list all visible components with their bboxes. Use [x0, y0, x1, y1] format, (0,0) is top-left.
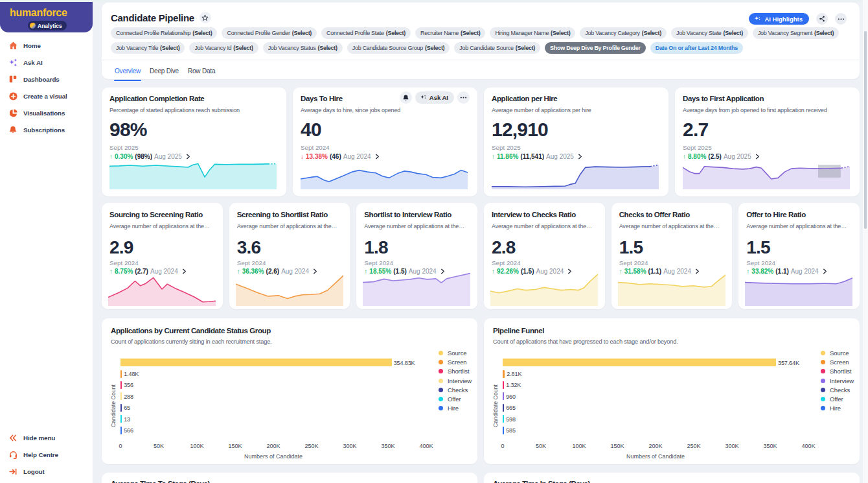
kpi-title: Application Completion Rate — [109, 95, 204, 102]
legend-item-source[interactable]: Source — [439, 348, 472, 357]
filter-pill-hiring-manager-name[interactable]: Hiring Manager Name(Select) — [490, 27, 575, 39]
x-tick-label: 350K — [381, 443, 394, 449]
filter-pill-connected-profile-relationship[interactable]: Connected Profile Relationship(Select) — [111, 27, 217, 39]
legend-label: Offer — [448, 395, 461, 403]
x-tick-label: 250K — [304, 443, 318, 449]
x-tick-label: 0 — [501, 443, 504, 449]
filter-pill-job-candidate-source-group[interactable]: Job Candidate Source Group(Select) — [347, 42, 450, 54]
kpi-value: 1.5 — [619, 239, 643, 257]
share-button[interactable] — [816, 13, 828, 25]
filter-pill-job-vacancy-state[interactable]: Job Vacancy State(Select) — [671, 27, 748, 39]
next-charts-row: Average Time To Stage (Days) Average Tim… — [102, 473, 860, 483]
legend-item-interview[interactable]: Interview — [821, 376, 854, 385]
kpi-ask-ai-button[interactable]: Ask AI — [415, 91, 454, 104]
filter-select-suffix: (Select) — [642, 30, 661, 36]
filter-label: Job Vacancy Id — [194, 45, 231, 51]
filter-pill-recruiter-name[interactable]: Recruiter Name(Select) — [415, 27, 485, 39]
kpi-title: Interview to Checks Ratio — [492, 211, 576, 218]
legend-item-checks[interactable]: Checks — [821, 385, 854, 394]
sidebar-item-ask-ai[interactable]: Ask AI — [0, 54, 93, 71]
delta-chevron-icon[interactable] — [755, 154, 760, 159]
x-tick-label: 350K — [763, 443, 777, 449]
legend-item-checks[interactable]: Checks — [439, 385, 472, 394]
scrollbar-thumb[interactable] — [864, 31, 867, 229]
tab-row-data[interactable]: Row Data — [188, 65, 215, 79]
bell-icon — [402, 94, 409, 102]
chart-title: Average Time In Stage (Days) — [493, 480, 590, 483]
sidebar-item-hide-menu[interactable]: Hide menu — [0, 429, 93, 446]
x-tick-label: 200K — [648, 443, 662, 449]
sidebar-item-subscriptions[interactable]: Subscriptions — [0, 121, 93, 138]
scrollbar-track[interactable] — [862, 0, 868, 483]
filter-pill-connected-profile-gender[interactable]: Connected Profile Gender(Select) — [222, 27, 317, 39]
filter-select-suffix: (Select) — [386, 30, 405, 36]
kpi-row-primary: Application Completion RatePercentage of… — [102, 88, 860, 196]
sidebar-item-dashboards[interactable]: Dashboards — [0, 71, 93, 88]
kpi-more-button[interactable] — [457, 91, 470, 104]
legend-label: Hire — [830, 405, 841, 412]
kpi-subtitle: Average number of applications at the… — [619, 223, 727, 230]
legend-item-hire[interactable]: Hire — [439, 404, 472, 413]
legend-item-shortlist[interactable]: Shortlist — [821, 367, 854, 376]
legend-item-interview[interactable]: Interview — [439, 376, 472, 385]
sidebar-item-logout[interactable]: Logout — [0, 463, 93, 480]
favourite-button[interactable] — [200, 12, 211, 23]
tab-deep-dive[interactable]: Deep Dive — [150, 65, 179, 79]
filter-pill-job-candidate-source[interactable]: Job Candidate Source(Select) — [454, 42, 540, 54]
kpi-subtitle: Average days from job opened to first ap… — [683, 107, 854, 113]
analytics-logo-icon — [30, 23, 36, 29]
delta-chevron-icon[interactable] — [375, 154, 380, 159]
sidebar-item-home[interactable]: Home — [0, 37, 93, 54]
deep-dive-toggle-pill[interactable]: Show Deep Dive By Profile Gender — [545, 42, 646, 54]
sidebar-item-visualisations[interactable]: Visualisations — [0, 104, 93, 121]
legend-item-hire[interactable]: Hire — [821, 404, 854, 413]
filter-pill-job-vacancy-id[interactable]: Job Vacancy Id(Select) — [189, 42, 258, 54]
chart-title: Average Time To Stage (Days) — [111, 480, 210, 483]
filter-label: Job Candidate Source — [459, 45, 513, 51]
legend-label: Shortlist — [830, 368, 851, 375]
legend-item-offer[interactable]: Offer — [821, 394, 854, 403]
sidebar-item-help-centre[interactable]: Help Centre — [0, 446, 93, 463]
filter-pill-job-vacancy-category[interactable]: Job Vacancy Category(Select) — [580, 27, 667, 39]
sidebar-item-create-a-visual[interactable]: Create a visual — [0, 88, 93, 104]
kpi-title: Sourcing to Screening Ratio — [109, 211, 203, 218]
kpi-card-application-completion-rate: Application Completion RatePercentage of… — [102, 88, 286, 196]
bar-source — [120, 359, 392, 366]
legend-item-source[interactable]: Source — [821, 348, 854, 357]
more-options-button[interactable] — [835, 13, 847, 25]
legend-item-shortlist[interactable]: Shortlist — [439, 367, 472, 376]
kpi-title: Checks to Offer Ratio — [619, 211, 690, 218]
tab-overview[interactable]: Overview — [115, 65, 141, 79]
kpi-alert-button[interactable] — [400, 91, 412, 104]
menu-item-label: Hide menu — [23, 434, 55, 442]
filter-pill-job-vacancy-status[interactable]: Job Vacancy Status(Select) — [263, 42, 343, 54]
date-filter-pill[interactable]: Date On or after Last 24 Months — [650, 42, 743, 54]
legend-dot-icon — [821, 360, 825, 364]
legend-label: Offer — [830, 395, 843, 403]
delta-chevron-icon[interactable] — [578, 154, 582, 159]
humanforce-logo: humanforce — [10, 7, 67, 19]
legend-dot-icon — [821, 379, 825, 383]
x-axis-label: Numbers of Candidate — [244, 453, 303, 460]
kpi-card-days-to-first-application: Days to First ApplicationAverage days fr… — [675, 88, 860, 196]
filter-pill-job-vacancy-title[interactable]: Job Vacancy Title(Select) — [111, 42, 185, 54]
kpi-title: Application per Hire — [492, 95, 557, 102]
filter-pill-connected-profile-state[interactable]: Connected Profile State(Select) — [321, 27, 411, 39]
legend-dot-icon — [439, 388, 443, 392]
filter-bar-row1: Connected Profile Relationship(Select)Co… — [111, 27, 839, 39]
ai-highlights-button[interactable]: AI Highlights — [749, 13, 809, 25]
bar-offer — [120, 415, 122, 423]
kpi-period: Sept 2024 — [109, 259, 139, 266]
kpi-subtitle: Average number of applications at the… — [364, 223, 472, 230]
x-tick-label: 150K — [228, 443, 242, 449]
kpi-period: Sept 2024 — [237, 259, 266, 266]
legend-label: Checks — [448, 386, 468, 394]
delta-chevron-icon[interactable] — [186, 154, 190, 159]
legend-item-screen[interactable]: Screen — [439, 357, 472, 366]
filter-pill-job-vacancy-segment[interactable]: Job Vacancy Segment(Select) — [753, 27, 839, 39]
legend-item-offer[interactable]: Offer — [439, 394, 472, 403]
kpi-hover-controls: Ask AI — [400, 91, 470, 104]
filter-select-suffix: (Select) — [516, 45, 535, 51]
legend-item-screen[interactable]: Screen — [821, 357, 854, 366]
chart-subtitle: Count of applications currently sitting … — [111, 338, 272, 345]
